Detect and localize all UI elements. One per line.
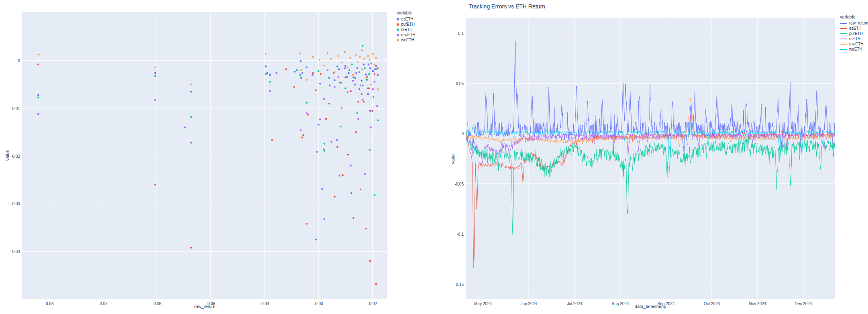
scatter-ytick-label: -0.03 bbox=[11, 202, 20, 206]
legend-item-weETH[interactable]: weETH bbox=[840, 47, 868, 52]
scatter-point bbox=[359, 56, 361, 58]
scatter-point bbox=[336, 65, 338, 67]
scatter-plot-area[interactable] bbox=[22, 12, 387, 299]
legend-item-label: rswETH bbox=[849, 41, 864, 47]
scatter-point bbox=[302, 72, 304, 74]
legend-item-label: rswETH bbox=[401, 32, 416, 37]
legend-marker-dot bbox=[397, 23, 399, 26]
scatter-point bbox=[363, 58, 365, 60]
scatter-point bbox=[334, 86, 336, 88]
lines-chart-title: Tracking Errors vs ETH Return bbox=[469, 3, 545, 10]
scatter-point bbox=[329, 85, 331, 87]
scatter-point bbox=[341, 62, 343, 64]
legend-item-raw_return[interactable]: raw_return bbox=[840, 20, 868, 26]
scatter-point bbox=[324, 150, 326, 152]
scatter-point bbox=[370, 84, 372, 86]
scatter-point bbox=[372, 53, 374, 55]
scatter-point bbox=[293, 86, 295, 88]
scatter-point bbox=[362, 45, 364, 47]
scatter-point bbox=[266, 72, 268, 74]
scatter-ytick-label: -0.04 bbox=[11, 249, 20, 254]
legend-item-label: raw_return bbox=[849, 20, 868, 26]
legend-item-ezETH[interactable]: ezETH bbox=[397, 16, 416, 22]
scatter-point bbox=[190, 91, 192, 93]
legend-item-label: ezETH bbox=[401, 16, 414, 22]
scatter-point bbox=[300, 69, 302, 71]
scatter-point bbox=[334, 71, 336, 73]
scatter-point bbox=[374, 63, 376, 65]
scatter-point bbox=[338, 68, 340, 70]
legend-item-pufETH[interactable]: pufETH bbox=[840, 31, 868, 36]
legend-item-weETH[interactable]: weETH bbox=[397, 37, 416, 43]
lines-ytick-label: 0.05 bbox=[456, 81, 464, 86]
scatter-point bbox=[318, 70, 320, 72]
scatter-point bbox=[371, 110, 373, 112]
scatter-point bbox=[300, 129, 302, 131]
scatter-point bbox=[190, 116, 192, 118]
scatter-point bbox=[357, 112, 359, 114]
legend-marker-line bbox=[840, 49, 847, 50]
lines-xtick-label: May 2024 bbox=[474, 302, 492, 306]
scatter-point bbox=[361, 93, 363, 95]
scatter-point bbox=[363, 63, 365, 65]
lines-plot-area[interactable] bbox=[466, 18, 835, 299]
scatter-xtick-label: -0.08 bbox=[45, 302, 54, 306]
scatter-canvas bbox=[22, 12, 387, 299]
scatter-point bbox=[364, 67, 366, 69]
scatter-point bbox=[340, 126, 342, 128]
legend-item-rswETH[interactable]: rswETH bbox=[840, 41, 868, 47]
lines-ytick-label: 0 bbox=[461, 131, 464, 136]
scatter-point bbox=[369, 110, 371, 112]
scatter-point bbox=[38, 53, 40, 55]
lines-legend: variable raw_returnezETHpufETHrsETHrswET… bbox=[840, 14, 868, 52]
legend-item-rswETH[interactable]: rswETH bbox=[397, 32, 416, 37]
scatter-point bbox=[364, 173, 366, 175]
scatter-point bbox=[368, 63, 370, 65]
scatter-point bbox=[154, 184, 156, 186]
scatter-point bbox=[359, 88, 361, 90]
legend-item-pufETH[interactable]: pufETH bbox=[397, 22, 416, 27]
scatter-point bbox=[334, 196, 336, 198]
scatter-point bbox=[302, 137, 304, 139]
scatter-point bbox=[377, 67, 379, 69]
scatter-legend: variable ezETHpufETHrsETHrswETHweETH bbox=[397, 10, 416, 43]
scatter-point bbox=[357, 118, 359, 120]
scatter-point bbox=[352, 80, 354, 82]
legend-item-label: pufETH bbox=[849, 31, 863, 36]
scatter-point bbox=[323, 98, 325, 100]
scatter-ytick-label: 0 bbox=[18, 59, 20, 63]
scatter-point bbox=[37, 113, 39, 115]
scatter-series-rswETH[interactable] bbox=[37, 63, 378, 176]
lines-xtick-label: Dec 2024 bbox=[795, 302, 812, 306]
line-series-rswETH[interactable] bbox=[466, 98, 835, 147]
scatter-point bbox=[338, 175, 340, 177]
legend-item-label: rsETH bbox=[849, 36, 860, 41]
scatter-point bbox=[285, 68, 287, 70]
scatter-point bbox=[338, 76, 340, 78]
scatter-ytick-label: -0.01 bbox=[11, 106, 20, 110]
scatter-point bbox=[346, 76, 348, 78]
scatter-series-ezETH[interactable] bbox=[37, 53, 379, 241]
legend-item-rsETH[interactable]: rsETH bbox=[840, 36, 868, 41]
legend-marker-dot bbox=[397, 34, 399, 36]
scatter-point bbox=[344, 65, 346, 67]
legend-item-rsETH[interactable]: rsETH bbox=[397, 27, 416, 32]
scatter-legend-title: variable bbox=[397, 10, 416, 16]
scatter-point bbox=[357, 101, 359, 103]
scatter-series-rsETH[interactable] bbox=[37, 45, 379, 196]
scatter-point bbox=[37, 96, 39, 98]
scatter-point bbox=[319, 83, 321, 85]
scatter-point bbox=[323, 65, 325, 67]
scatter-point bbox=[269, 81, 271, 83]
scatter-point bbox=[330, 58, 332, 60]
legend-marker-dot bbox=[397, 39, 399, 41]
scatter-yaxis-title: value bbox=[5, 150, 10, 161]
scatter-point bbox=[374, 194, 376, 196]
legend-item-ezETH[interactable]: ezETH bbox=[840, 26, 868, 31]
scatter-point bbox=[37, 94, 39, 96]
scatter-point bbox=[377, 119, 379, 121]
lines-xtick-label: Jun 2024 bbox=[520, 302, 537, 306]
line-series-ezETH[interactable] bbox=[466, 115, 835, 268]
scatter-point bbox=[334, 80, 336, 82]
scatter-point bbox=[359, 71, 361, 73]
